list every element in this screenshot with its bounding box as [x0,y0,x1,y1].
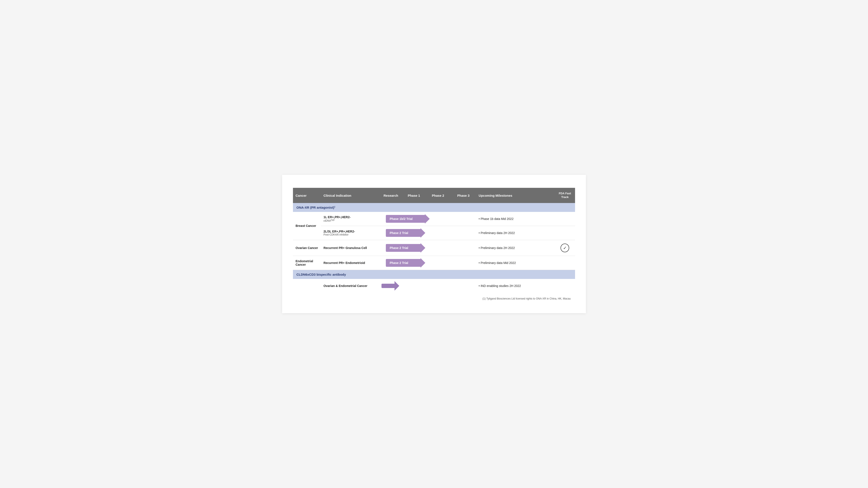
header-phase3: Phase 3 [451,188,476,203]
phase-bar-wrapper: Phase 2 Trial [379,228,476,238]
phase-bar-endometrial: Phase 2 Trial [386,258,425,268]
phase-bar-cldn6 [381,281,399,291]
header-phase2: Phase 2 [425,188,451,203]
section-label: ONA-XR (PR antagonist) [297,206,334,209]
bar-label-breast-1l: Phase 1b/2 Trial [386,215,425,223]
table-row: Ovarian Cancer Recurrent PR+ Granulosa C… [293,240,575,256]
fda-ovarian: ✓ [555,240,575,256]
header-phase1: Phase 1 [403,188,425,203]
indication-breast-2l: 2L/3L ER+,PR+,HER2- Post-CDK4/6 inhibito… [321,226,379,240]
section-cldn6: CLDN6xCD3 bispecific antibody [293,270,575,279]
bar-arrow [421,243,425,253]
indication-sub: ctDNAhigh [323,219,377,222]
indication-cldn6: Ovarian & Endometrial Cancer [321,279,379,293]
bar-label-endometrial: Phase 2 Trial [386,259,421,267]
phase-bar-wrapper [379,281,476,291]
bar-label-breast-2l: Phase 2 Trial [386,229,421,237]
phase-bar-wrapper: Phase 1b/2 Trial [379,214,476,224]
phase-bar-wrapper: Phase 2 Trial [379,258,476,268]
section-superscript: 1 [334,206,335,208]
cancer-breast: Breast Cancer [293,212,321,240]
header-research: Research [379,188,403,203]
table-row: 2L/3L ER+,PR+,HER2- Post-CDK4/6 inhibito… [293,226,575,240]
fda-endometrial [555,256,575,270]
cancer-ovarian: Ovarian Cancer [293,240,321,256]
bar-label-cldn6 [381,284,395,288]
bar-arrow [425,214,430,224]
phase-bar-ovarian: Phase 2 Trial [386,243,425,253]
milestone-ovarian: • Preliminary data 2H 2022 [476,240,555,256]
table-row: Endometrial Cancer Recurrent PR+ Endomet… [293,256,575,270]
section-label: CLDN6xCD3 bispecific antibody [297,273,346,276]
bar-cell-ovarian: Phase 2 Trial [379,240,476,256]
pipeline-table: Cancer Clinical Indication Research Phas… [293,188,575,293]
bar-arrow [421,258,425,268]
header-milestone: Upcoming Milestones [476,188,555,203]
bar-cell-endometrial: Phase 2 Trial [379,256,476,270]
section-ona-xr: ONA-XR (PR antagonist)1 [293,203,575,212]
pipeline-table-container: Cancer Clinical Indication Research Phas… [282,175,586,313]
indication-main: Recurrent PR+ Endometrioid [323,261,377,265]
phase-bar-wrapper: Phase 2 Trial [379,243,476,253]
bar-cell-cldn6 [379,279,476,293]
header-fda: FDA Fast Track [555,188,575,203]
bar-cell-breast-2l: Phase 2 Trial [379,226,476,240]
phase-bar-breast-2l: Phase 2 Trial [386,228,425,238]
cancer-cldn6 [293,279,321,293]
footnote: (1) Tyligand Biosciences Ltd licensed ri… [293,297,575,300]
fda-breast-1l [555,212,575,226]
fda-breast-2l [555,226,575,240]
bar-arrow [395,281,399,291]
indication-main: 1L ER+,PR+,HER2- [323,215,377,219]
indication-main: Recurrent PR+ Granulosa Cell [323,246,377,250]
bar-arrow [421,228,425,238]
indication-main: Ovarian & Endometrial Cancer [323,284,377,288]
fda-cldn6 [555,279,575,293]
table-row: Ovarian & Endometrial Cancer • IND enabl… [293,279,575,293]
indication-ovarian: Recurrent PR+ Granulosa Cell [321,240,379,256]
header-cancer: Cancer [293,188,321,203]
milestone-endometrial: • Preliminary data Mid 2022 [476,256,555,270]
fda-check-icon: ✓ [560,243,569,252]
milestone-breast-1l: • Phase 1b data Mid 2022 [476,212,555,226]
milestone-cldn6: • IND enabling studies 2H 2022 [476,279,555,293]
indication-main: 2L/3L ER+,PR+,HER2- [323,230,377,233]
indication-breast-1l: 1L ER+,PR+,HER2- ctDNAhigh [321,212,379,226]
bar-label-ovarian: Phase 2 Trial [386,244,421,252]
phase-bar-breast-1l: Phase 1b/2 Trial [386,214,430,224]
cancer-endometrial: Endometrial Cancer [293,256,321,270]
table-header: Cancer Clinical Indication Research Phas… [293,188,575,203]
indication-sub: Post-CDK4/6 inhibitor [323,233,377,236]
milestone-breast-2l: • Preliminary data 2H 2022 [476,226,555,240]
table-row: Breast Cancer 1L ER+,PR+,HER2- ctDNAhigh… [293,212,575,226]
bar-cell-breast-1l: Phase 1b/2 Trial [379,212,476,226]
header-indication: Clinical Indication [321,188,379,203]
indication-endometrial: Recurrent PR+ Endometrioid [321,256,379,270]
